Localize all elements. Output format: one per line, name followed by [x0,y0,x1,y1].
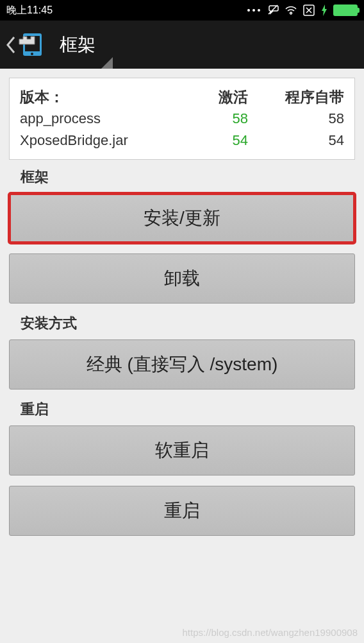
status-time: 晚上11:45 [6,4,53,17]
active-label: 激活 [171,86,248,108]
vibrate-icon [267,4,279,17]
app-icon [18,30,47,59]
version-row: app_process 58 58 [20,108,344,130]
more-icon [246,7,261,13]
reboot-button[interactable]: 重启 [9,486,355,536]
active-version: 58 [171,108,248,130]
active-version: 54 [171,130,248,151]
page-title[interactable]: 框架 [60,33,95,57]
status-icons [246,4,358,17]
install-mode-button[interactable]: 经典 (直接写入 /system) [9,339,355,390]
version-header-row: 版本： 激活 程序自带 [20,86,344,108]
section-label-framework: 框架 [21,167,355,187]
bundled-version: 54 [248,130,344,151]
dropdown-indicator-icon [101,57,113,69]
component-name: XposedBridge.jar [20,130,171,151]
bundled-version: 58 [248,108,344,130]
version-row: XposedBridge.jar 54 54 [20,130,344,151]
svg-point-0 [247,9,250,12]
install-update-button[interactable]: 安装/更新 [9,193,355,243]
status-bar: 晚上11:45 [0,0,364,21]
wifi-icon [285,5,297,15]
section-label-install-mode: 安装方式 [21,314,355,333]
content-area: 版本： 激活 程序自带 app_process 58 58 XposedBrid… [0,69,364,555]
svg-point-1 [252,9,255,12]
section-label-reboot: 重启 [21,400,355,419]
watermark: https://blog.csdn.net/wangzhen19900908 [182,627,358,638]
bundled-label: 程序自带 [248,86,344,108]
version-card: 版本： 激活 程序自带 app_process 58 58 XposedBrid… [9,78,355,160]
svg-point-2 [258,9,260,12]
action-bar: 框架 [0,21,364,69]
svg-point-6 [31,53,33,55]
component-name: app_process [20,108,171,130]
battery-icon [333,4,358,16]
charging-icon [320,4,328,16]
close-box-icon [302,4,315,17]
version-label: 版本： [20,86,171,108]
uninstall-button[interactable]: 卸载 [9,253,355,304]
soft-reboot-button[interactable]: 软重启 [9,425,355,476]
back-button[interactable] [5,35,17,55]
